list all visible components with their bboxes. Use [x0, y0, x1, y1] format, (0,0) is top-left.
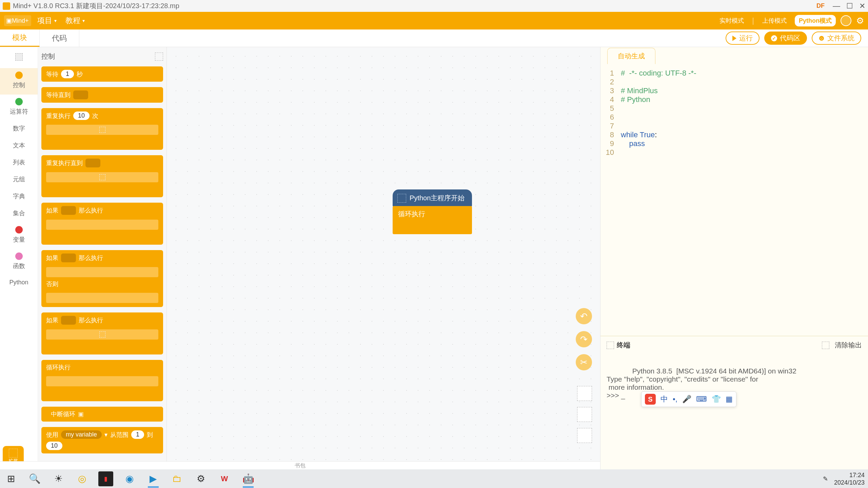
menu-project[interactable]: 项目▾: [37, 16, 57, 26]
app-icon: [3, 2, 10, 10]
sprite-icon: [15, 53, 23, 61]
main-area: 控制 运算符 数字 文本 列表 元组 字典 集合 变量 函数 Python 控制…: [0, 47, 868, 469]
placeholder-icon: [99, 127, 105, 133]
palette-title: 控制: [41, 52, 55, 61]
cat-control[interactable]: 控制: [0, 68, 38, 95]
cat-function[interactable]: 函数: [0, 249, 38, 276]
app-header: ▣ Mind+ 项目▾ 教程▾ 实时模式 | 上传模式 Python模式 ⚙: [0, 12, 868, 29]
ime-tools-icon[interactable]: ▦: [726, 395, 733, 404]
play-icon: [732, 36, 736, 41]
ime-keyboard-icon[interactable]: ⌨: [696, 395, 707, 404]
menu-tutorial[interactable]: 教程▾: [65, 16, 85, 26]
zoom-in-icon[interactable]: [577, 386, 592, 401]
block-break[interactable]: 中断循环 ▣: [41, 407, 163, 422]
mode-python[interactable]: Python模式: [795, 15, 836, 26]
tray-pen-icon[interactable]: ✎: [823, 475, 828, 483]
mode-upload[interactable]: 上传模式: [759, 16, 790, 26]
hat-python-main[interactable]: Python主程序开始: [393, 189, 472, 207]
canvas-forever-block[interactable]: 循环执行: [393, 206, 472, 234]
backpack-bar[interactable]: 书包: [0, 461, 600, 469]
block-repeat-until[interactable]: 重复执行直到: [41, 155, 163, 197]
block-wait-until[interactable]: 等待直到: [41, 87, 163, 103]
filesystem-button[interactable]: ○文件系统: [812, 32, 861, 45]
tab-code[interactable]: 代码: [40, 29, 79, 47]
block-palette[interactable]: 控制 等待1秒 等待直到 重复执行10次 重复执行直到 如果那么执行 如果那么执…: [38, 47, 167, 469]
terminal-title: 终端: [617, 341, 630, 350]
tab-blocks[interactable]: 模块: [0, 29, 40, 47]
cat-tuple[interactable]: 元组: [0, 172, 38, 189]
ime-toolbar[interactable]: S 中 •, 🎤 ⌨ 👕 ▦: [641, 391, 736, 407]
zoom-reset-icon[interactable]: [577, 428, 592, 443]
placeholder-icon: [99, 174, 105, 180]
cat-variable[interactable]: 变量: [0, 223, 38, 249]
cat-list[interactable]: 列表: [0, 155, 38, 172]
ime-punct-icon[interactable]: •,: [673, 395, 677, 404]
mindplus-task-icon[interactable]: 🤖: [241, 471, 256, 486]
block-for-range[interactable]: 使用 my variable▾ 从范围1 到10: [41, 427, 163, 453]
ime-lang[interactable]: 中: [660, 394, 668, 404]
app-task-icon[interactable]: ▶: [146, 471, 161, 486]
terminal-app-icon[interactable]: ▮: [98, 471, 113, 486]
tray-clock[interactable]: 17:24 2024/10/23: [834, 471, 865, 486]
clear-output-button[interactable]: 清除输出: [822, 341, 862, 350]
cat-set[interactable]: 集合: [0, 206, 38, 223]
minimize-button[interactable]: —: [833, 2, 840, 11]
cat-dict[interactable]: 字典: [0, 189, 38, 206]
code-tab-auto[interactable]: 自动生成: [607, 48, 655, 64]
search-button[interactable]: 🔍: [27, 471, 42, 486]
python-icon: [397, 194, 406, 203]
task-view-icon[interactable]: ☀: [51, 471, 66, 486]
extension-icon: [9, 449, 18, 458]
mode-realtime[interactable]: 实时模式: [716, 16, 747, 26]
undo-button[interactable]: ↶: [576, 308, 592, 324]
script-canvas[interactable]: Python主程序开始 循环执行 ↶ ↷ ✂: [167, 47, 600, 469]
canvas-script[interactable]: Python主程序开始 循环执行: [393, 189, 472, 234]
terminal-output[interactable]: Python 3.8.5 [MSC v.1924 64 bit AMD64)] …: [600, 354, 868, 469]
cat-python[interactable]: Python: [0, 276, 38, 291]
ime-skin-icon[interactable]: 👕: [712, 395, 721, 404]
block-categories: 控制 运算符 数字 文本 列表 元组 字典 集合 变量 函数 Python: [0, 47, 38, 469]
settings-icon[interactable]: ⚙: [193, 471, 208, 486]
windows-taskbar: ⊞ 🔍 ☀ ◎ ▮ ◉ ▶ 🗀 ⚙ W 🤖 ✎ 17:24 2024/10/23: [0, 469, 868, 488]
zoom-out-icon[interactable]: [577, 407, 592, 422]
block-repeat-n[interactable]: 重复执行10次: [41, 108, 163, 150]
file-explorer-icon[interactable]: 🗀: [170, 471, 184, 486]
chrome-icon[interactable]: ◎: [75, 471, 90, 486]
maximize-button[interactable]: ☐: [846, 2, 853, 11]
sogou-icon: S: [645, 394, 656, 405]
canvas-grid: [167, 47, 600, 469]
cat-number[interactable]: 数字: [0, 121, 38, 138]
start-button[interactable]: ⊞: [3, 471, 18, 486]
block-wait[interactable]: 等待1秒: [41, 66, 163, 82]
window-title: Mind+ V1.8.0 RC3.1 新建项目-2024/10/23-17:23…: [13, 1, 179, 11]
codearea-button[interactable]: ✓代码区: [764, 32, 807, 45]
code-view[interactable]: 1# -*- coding: UTF-8 -*-23# MindPlus4# P…: [600, 64, 868, 336]
df-badge: DF: [816, 2, 825, 9]
palette-expand-icon[interactable]: [155, 53, 163, 61]
terminal-header: 终端 清除输出: [600, 336, 868, 354]
settings-gear-icon[interactable]: ⚙: [856, 16, 864, 26]
cat-text[interactable]: 文本: [0, 138, 38, 155]
close-button[interactable]: ✕: [859, 2, 865, 11]
redo-button[interactable]: ↷: [576, 331, 592, 347]
ime-voice-icon[interactable]: 🎤: [682, 395, 691, 404]
center-button[interactable]: ✂: [576, 354, 592, 370]
block-forever[interactable]: 循环执行: [41, 360, 163, 401]
window-titlebar: Mind+ V1.8.0 RC3.1 新建项目-2024/10/23-17:23…: [0, 0, 868, 12]
block-if-else-if[interactable]: 如果那么执行: [41, 312, 163, 354]
edge-icon[interactable]: ◉: [122, 471, 137, 486]
cat-sprite[interactable]: [0, 50, 38, 68]
logo[interactable]: ▣ Mind+: [4, 15, 31, 26]
avatar[interactable]: [841, 15, 851, 26]
cat-operators[interactable]: 运算符: [0, 95, 38, 121]
tab-bar: 模块 代码 运行 ✓代码区 ○文件系统: [0, 29, 868, 47]
code-panel: 自动生成 1# -*- coding: UTF-8 -*-23# MindPlu…: [600, 47, 868, 469]
block-if-else[interactable]: 如果那么执行 否则: [41, 250, 163, 307]
block-if[interactable]: 如果那么执行: [41, 203, 163, 245]
terminal-icon: [607, 342, 614, 349]
clear-icon: [822, 342, 829, 349]
wps-icon[interactable]: W: [217, 471, 232, 486]
run-button[interactable]: 运行: [726, 32, 760, 45]
placeholder-icon: [99, 331, 105, 338]
